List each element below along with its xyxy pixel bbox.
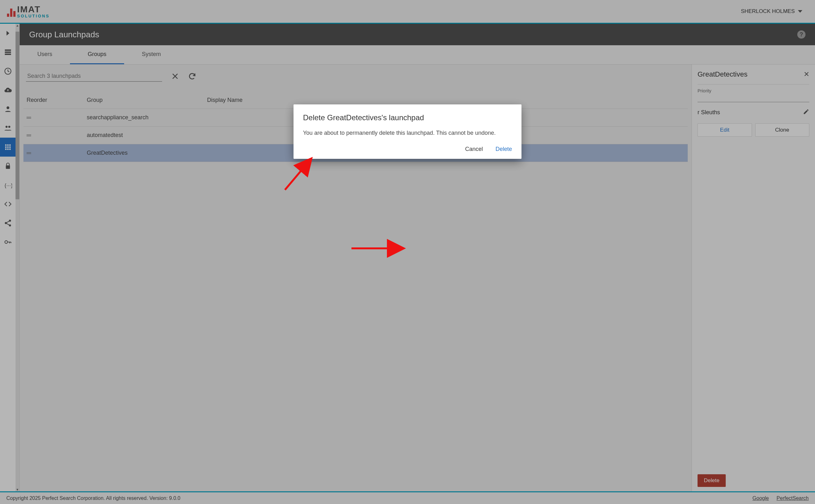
modal-title: Delete GreatDetectives's launchpad [303, 113, 512, 122]
confirm-delete-button[interactable]: Delete [495, 146, 512, 152]
cancel-button[interactable]: Cancel [465, 146, 483, 152]
confirm-delete-modal: Delete GreatDetectives's launchpad You a… [294, 104, 521, 159]
modal-body: You are about to permanently delete this… [303, 130, 512, 136]
modal-overlay: Delete GreatDetectives's launchpad You a… [0, 0, 815, 504]
